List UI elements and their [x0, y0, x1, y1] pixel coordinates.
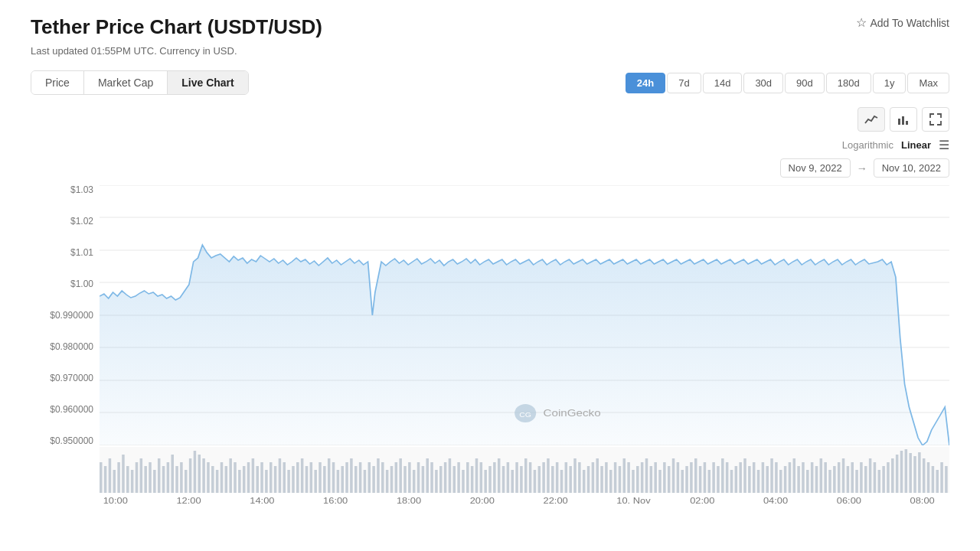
- svg-rect-36: [194, 451, 197, 493]
- svg-rect-171: [797, 466, 800, 493]
- svg-text:08:00: 08:00: [910, 496, 936, 506]
- svg-rect-123: [583, 470, 586, 493]
- svg-rect-66: [328, 458, 331, 493]
- svg-rect-76: [372, 466, 375, 493]
- svg-rect-81: [395, 462, 398, 493]
- svg-rect-0: [898, 119, 900, 125]
- svg-rect-92: [444, 462, 447, 493]
- line-chart-button[interactable]: [858, 107, 885, 132]
- svg-rect-97: [466, 462, 469, 493]
- svg-rect-38: [202, 458, 205, 493]
- svg-rect-178: [828, 470, 831, 493]
- svg-rect-203: [940, 462, 943, 493]
- time-btn-90d[interactable]: 90d: [785, 73, 825, 93]
- svg-rect-22: [131, 470, 134, 493]
- svg-rect-72: [354, 466, 358, 493]
- svg-text:CoinGecko: CoinGecko: [544, 407, 601, 419]
- svg-rect-115: [547, 458, 550, 493]
- time-btn-24h[interactable]: 24h: [626, 73, 665, 93]
- svg-rect-31: [171, 455, 174, 493]
- fullscreen-button[interactable]: [922, 107, 949, 132]
- svg-rect-149: [699, 466, 702, 493]
- svg-rect-136: [641, 462, 644, 493]
- svg-rect-69: [341, 466, 344, 493]
- svg-rect-186: [864, 466, 867, 493]
- tab-market-cap[interactable]: Market Cap: [84, 71, 168, 94]
- svg-rect-172: [802, 462, 805, 493]
- svg-rect-75: [368, 462, 371, 493]
- svg-rect-84: [408, 462, 411, 493]
- svg-rect-109: [520, 466, 523, 493]
- svg-rect-159: [743, 458, 746, 493]
- scale-menu-icon[interactable]: ☰: [939, 138, 949, 152]
- date-end: Nov 10, 2022: [874, 158, 949, 178]
- svg-rect-51: [260, 462, 263, 493]
- svg-rect-26: [149, 462, 152, 493]
- svg-rect-187: [869, 458, 872, 493]
- bar-chart-button[interactable]: [890, 107, 917, 132]
- svg-rect-133: [627, 462, 630, 493]
- svg-rect-77: [377, 458, 380, 493]
- svg-rect-46: [238, 470, 241, 493]
- time-btn-max[interactable]: Max: [907, 73, 949, 93]
- time-btn-1y[interactable]: 1y: [873, 73, 906, 93]
- svg-rect-153: [717, 466, 720, 493]
- svg-rect-155: [726, 462, 729, 493]
- price-chart: CG CoinGecko: [100, 185, 949, 445]
- svg-rect-180: [838, 462, 841, 493]
- chart-tabs: Price Market Cap Live Chart: [31, 70, 249, 95]
- svg-rect-116: [551, 466, 554, 493]
- svg-rect-167: [779, 470, 782, 493]
- svg-rect-144: [677, 462, 680, 493]
- svg-text:02:00: 02:00: [690, 496, 715, 506]
- date-start: Nov 9, 2022: [780, 158, 851, 178]
- bar-chart-icon: [897, 112, 910, 126]
- time-range-group: 24h 7d 14d 30d 90d 180d 1y Max: [626, 73, 949, 93]
- svg-rect-47: [243, 466, 246, 493]
- linear-label[interactable]: Linear: [901, 139, 931, 151]
- svg-rect-126: [596, 458, 599, 493]
- svg-rect-42: [220, 462, 224, 493]
- svg-rect-103: [493, 462, 496, 493]
- svg-rect-134: [632, 470, 635, 493]
- svg-rect-101: [484, 470, 487, 493]
- svg-rect-194: [900, 451, 903, 493]
- svg-rect-185: [860, 462, 863, 493]
- svg-rect-169: [789, 462, 792, 493]
- svg-rect-110: [524, 458, 528, 493]
- svg-rect-196: [909, 453, 912, 493]
- svg-rect-146: [685, 466, 688, 493]
- svg-rect-54: [274, 466, 277, 493]
- time-btn-7d[interactable]: 7d: [667, 73, 701, 93]
- svg-rect-168: [784, 466, 787, 493]
- svg-rect-119: [565, 462, 568, 493]
- svg-rect-128: [605, 462, 608, 493]
- svg-rect-23: [136, 462, 139, 493]
- svg-rect-190: [882, 466, 885, 493]
- svg-rect-96: [462, 470, 465, 493]
- svg-rect-132: [623, 458, 626, 493]
- tab-live-chart[interactable]: Live Chart: [168, 71, 247, 94]
- logarithmic-label[interactable]: Logarithmic: [842, 139, 893, 151]
- x-axis: 10:00 12:00 14:00 16:00 18:00 20:00 22:0…: [100, 493, 949, 508]
- time-btn-14d[interactable]: 14d: [703, 73, 743, 93]
- tab-price[interactable]: Price: [31, 71, 84, 94]
- svg-rect-32: [175, 466, 178, 493]
- svg-rect-58: [292, 466, 295, 493]
- svg-rect-65: [323, 466, 326, 493]
- svg-rect-156: [730, 470, 733, 493]
- svg-rect-121: [573, 458, 577, 493]
- watchlist-button[interactable]: ☆ Add To Watchlist: [856, 15, 950, 30]
- svg-rect-141: [663, 462, 666, 493]
- svg-rect-86: [417, 462, 420, 493]
- svg-rect-55: [279, 458, 282, 493]
- svg-rect-142: [668, 466, 671, 493]
- svg-text:CG: CG: [519, 411, 531, 419]
- svg-rect-49: [252, 458, 255, 493]
- svg-rect-70: [345, 462, 348, 493]
- time-btn-30d[interactable]: 30d: [743, 73, 783, 93]
- svg-rect-48: [247, 462, 250, 493]
- time-btn-180d[interactable]: 180d: [826, 73, 871, 93]
- svg-rect-44: [229, 458, 232, 493]
- svg-rect-104: [498, 458, 501, 493]
